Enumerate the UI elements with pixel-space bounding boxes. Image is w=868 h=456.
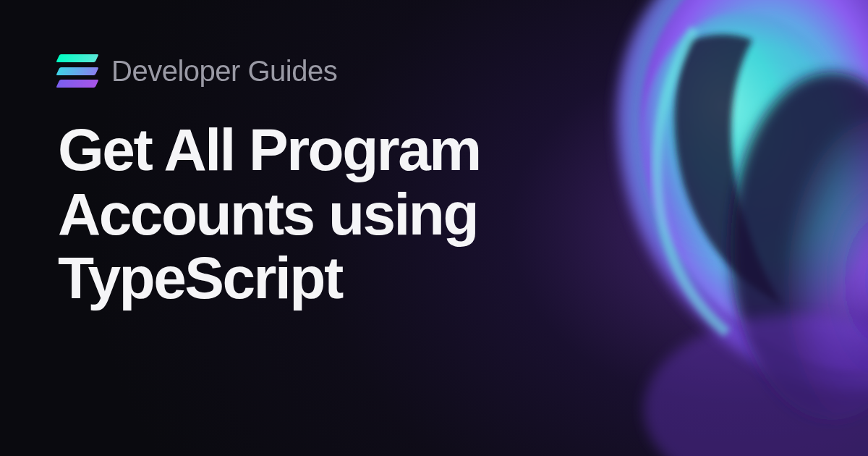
- subtitle: Developer Guides: [111, 55, 337, 88]
- content-container: Developer Guides Get All Program Account…: [0, 0, 868, 456]
- logo-bar: [56, 67, 98, 75]
- header: Developer Guides: [58, 54, 810, 88]
- page-title: Get All Program Accounts using TypeScrip…: [58, 118, 622, 311]
- logo-bar: [56, 80, 98, 88]
- logo-bar: [56, 54, 98, 62]
- solana-logo-icon: [58, 54, 97, 88]
